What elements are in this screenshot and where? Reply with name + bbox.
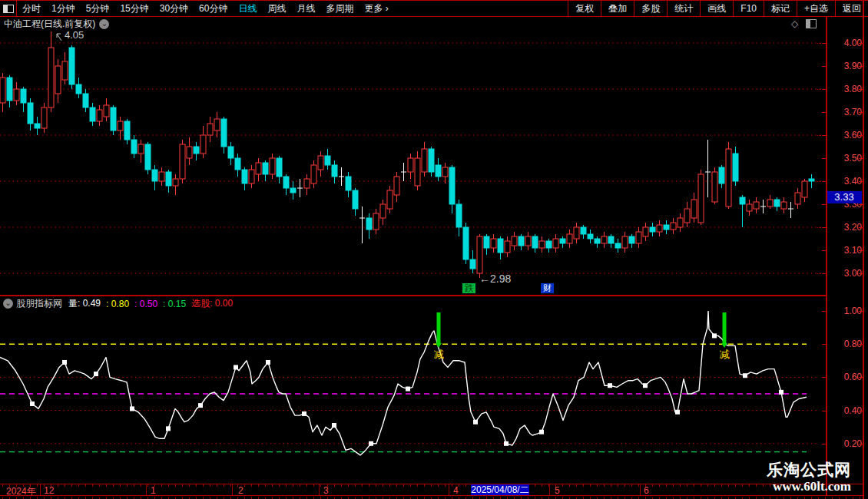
indicator-marker — [675, 410, 680, 415]
candle-body — [429, 149, 434, 172]
candle — [366, 213, 372, 239]
tool-menu-item-2[interactable]: 叠加 — [601, 1, 634, 16]
bottom-scroll-strip[interactable] — [0, 496, 863, 499]
menu-item-11[interactable]: 更多 › — [359, 2, 393, 15]
indicator-chart[interactable]: 减减 — [0, 311, 826, 484]
axis-grid-leader — [816, 135, 823, 136]
tools-menu: 复权叠加多股统计画线F10标记+自选返回 — [568, 1, 868, 16]
period-menu: 分时1分钟5分钟15分钟30分钟60分钟日线周线月线多周期更多 › — [17, 2, 394, 15]
tool-menu-item-3[interactable]: 多股 — [634, 1, 667, 16]
menu-item-10[interactable]: 多周期 — [320, 2, 359, 15]
candle — [574, 223, 579, 243]
candle-body — [691, 200, 697, 218]
diamond-icon[interactable]: ◇ — [791, 18, 798, 29]
candle — [415, 151, 420, 190]
indicator-legend: ⌄ 股朋指标网 量: 0.49: 0.80: 0.50: 0.15选股: 0.0… — [0, 297, 822, 310]
date-minor-tick — [569, 484, 570, 487]
candle — [546, 239, 552, 253]
date-minor-tick — [92, 484, 93, 487]
chevron-down-icon[interactable]: ⌄ — [3, 299, 13, 309]
candle — [795, 188, 800, 209]
date-label: 4 — [453, 485, 459, 496]
date-minor-tick — [224, 484, 224, 487]
indicator-marker — [62, 360, 67, 365]
candle-body — [159, 172, 164, 181]
date-minor-tick — [182, 484, 183, 487]
candle-body — [525, 236, 531, 246]
chevron-down-icon[interactable]: ⌄ — [99, 19, 109, 29]
indicator-marker — [643, 383, 648, 388]
candle-body — [809, 179, 814, 181]
candle-body — [118, 121, 123, 131]
tool-menu-item-6[interactable]: F10 — [733, 1, 764, 16]
pane-separator — [0, 295, 826, 296]
candle — [118, 117, 123, 140]
date-minor-tick — [369, 484, 369, 487]
menu-item-8[interactable]: 周线 — [262, 2, 291, 15]
chart-badge-2[interactable]: 财 — [541, 283, 554, 293]
tool-menu-item-8[interactable]: +自选 — [797, 1, 835, 16]
candle-body — [567, 234, 572, 243]
sell-signal-arrowhead — [436, 343, 442, 348]
candle-body — [145, 144, 151, 170]
date-minor-tick — [189, 484, 190, 487]
candle — [809, 174, 814, 188]
candle-body — [684, 209, 690, 223]
date-minor-tick — [71, 484, 72, 487]
candle — [712, 167, 717, 204]
date-minor-tick — [37, 484, 38, 487]
candle-body — [574, 227, 579, 239]
candle — [636, 227, 641, 248]
candle-body — [767, 200, 773, 207]
selected-date-highlight[interactable]: 2025/04/08/二 — [471, 484, 529, 495]
candle — [387, 186, 393, 213]
date-label: 12 — [44, 485, 54, 496]
candlestick-chart[interactable] — [0, 31, 826, 296]
menu-item-1[interactable]: 分时 — [17, 2, 46, 15]
window-split-icon[interactable] — [806, 19, 817, 28]
menu-item-5[interactable]: 30分钟 — [154, 2, 194, 15]
candle-body — [470, 259, 475, 269]
tool-menu-item-5[interactable]: 画线 — [700, 1, 733, 16]
indicator-line — [0, 311, 807, 455]
legend-value-2: : 0.80 — [106, 299, 129, 309]
tool-menu-item-7[interactable]: 标记 — [764, 1, 797, 16]
tool-menu-item-4[interactable]: 统计 — [667, 1, 700, 16]
candle — [588, 230, 593, 243]
right-frame-line[interactable] — [863, 0, 864, 499]
date-minor-tick — [127, 484, 128, 487]
chart-badge-1[interactable]: 跌 — [462, 283, 475, 293]
menu-item-2[interactable]: 1分钟 — [46, 2, 81, 15]
month-divider — [319, 484, 320, 495]
menu-item-7[interactable]: 日线 — [233, 2, 262, 15]
layout-toggle-button[interactable] — [0, 1, 17, 16]
candle — [104, 98, 109, 121]
date-axis[interactable]: 2024年121234562025/04/08/二 — [0, 484, 863, 496]
menu-item-3[interactable]: 5分钟 — [81, 2, 115, 15]
menu-item-4[interactable]: 15分钟 — [114, 2, 154, 15]
candle-body — [200, 135, 206, 154]
indicator-marker — [302, 411, 306, 416]
date-minor-tick — [106, 484, 107, 487]
date-minor-tick — [749, 484, 750, 487]
date-minor-tick — [438, 484, 439, 487]
candle — [76, 78, 81, 98]
candle — [0, 73, 5, 112]
date-minor-tick — [293, 484, 293, 487]
date-minor-tick — [120, 484, 121, 487]
candle-body — [650, 227, 655, 232]
indicator-marker — [198, 403, 203, 408]
menu-item-6[interactable]: 60分钟 — [194, 2, 233, 15]
indicator-marker — [406, 387, 410, 392]
tool-menu-item-1[interactable]: 复权 — [568, 1, 601, 16]
candle — [684, 202, 690, 227]
candle — [187, 137, 192, 165]
date-minor-tick — [542, 484, 542, 487]
month-divider — [549, 484, 550, 495]
date-minor-tick — [196, 484, 197, 487]
candle-body — [14, 89, 19, 101]
menu-item-9[interactable]: 月线 — [291, 2, 320, 15]
date-minor-tick — [707, 484, 708, 487]
candle — [124, 119, 130, 144]
indicator-marker — [608, 383, 612, 388]
